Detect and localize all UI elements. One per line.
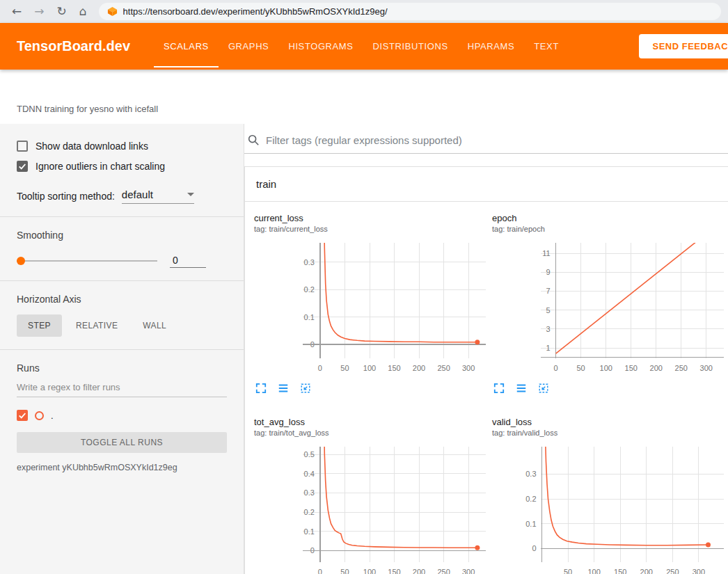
chart-card: epoch tag: train/epoch 05010015020025030… <box>492 213 727 399</box>
svg-text:0.3: 0.3 <box>525 470 536 478</box>
chart-title: current_loss <box>254 213 489 223</box>
slider-track[interactable] <box>17 260 157 262</box>
tab-text[interactable]: TEXT <box>524 23 569 70</box>
svg-text:250: 250 <box>675 364 688 372</box>
run-color-swatch-icon[interactable] <box>35 411 44 420</box>
smoothing-slider[interactable] <box>17 257 157 265</box>
runs-filter-input[interactable] <box>17 376 227 397</box>
smoothing-label: Smoothing <box>17 230 227 241</box>
svg-text:1: 1 <box>546 344 550 352</box>
svg-text:0: 0 <box>318 568 322 574</box>
send-feedback-button[interactable]: SEND FEEDBACK <box>639 34 728 58</box>
search-icon <box>247 134 260 146</box>
chart-card: tot_avg_loss tag: train/tot_avg_loss 050… <box>254 417 489 574</box>
fit-domain-icon[interactable] <box>538 383 549 394</box>
svg-text:200: 200 <box>640 568 653 574</box>
toggle-all-runs-button[interactable]: TOGGLE ALL RUNS <box>17 432 227 453</box>
chart-tag: tag: train/current_loss <box>254 225 489 233</box>
svg-text:200: 200 <box>413 364 425 372</box>
tab-histograms[interactable]: HISTOGRAMS <box>278 23 363 70</box>
line-chart[interactable]: 05010015020025030000.10.20.30.40.5 <box>254 443 489 574</box>
ignore-outliers-label: Ignore outliers in chart scaling <box>35 161 165 172</box>
svg-text:0.1: 0.1 <box>525 520 536 528</box>
svg-text:250: 250 <box>437 568 450 574</box>
tooltip-sorting-dropdown[interactable]: default <box>122 189 194 204</box>
slider-thumb[interactable] <box>17 257 25 265</box>
train-section-card: train current_loss tag: train/current_lo… <box>244 166 728 574</box>
chart-actions <box>492 378 727 399</box>
checkbox-unchecked-icon[interactable] <box>17 141 28 152</box>
axis-wall-button[interactable]: WALL <box>132 314 177 337</box>
svg-text:50: 50 <box>564 568 572 574</box>
chart-title: epoch <box>492 213 727 223</box>
data-list-icon[interactable] <box>278 383 289 394</box>
svg-text:100: 100 <box>363 568 376 574</box>
train-section-header[interactable]: train <box>245 167 728 202</box>
svg-text:150: 150 <box>625 364 638 372</box>
svg-text:0.4: 0.4 <box>304 470 315 478</box>
svg-text:0.2: 0.2 <box>525 495 536 503</box>
chart-title: tot_avg_loss <box>254 417 489 427</box>
tab-distributions[interactable]: DISTRIBUTIONS <box>363 23 458 70</box>
tooltip-sorting-row: Tooltip sorting method: default <box>17 189 227 204</box>
experiment-title: TDNN training for yesno with icefall <box>17 104 158 114</box>
checkbox-checked-icon[interactable] <box>17 161 28 172</box>
svg-text:50: 50 <box>340 568 349 574</box>
svg-text:3: 3 <box>546 325 550 333</box>
line-chart[interactable]: 05010015020025030000.10.20.3 <box>254 239 489 378</box>
svg-text:0.5: 0.5 <box>304 450 315 459</box>
divider <box>0 280 244 281</box>
expand-icon[interactable] <box>493 383 505 394</box>
show-download-links-checkbox-row[interactable]: Show data download links <box>17 141 227 152</box>
svg-text:0: 0 <box>318 364 322 372</box>
chevron-down-icon <box>187 193 194 196</box>
divider <box>0 349 244 350</box>
line-chart[interactable]: 5010015020025030000.10.20.3 <box>492 443 727 574</box>
svg-text:300: 300 <box>700 364 713 372</box>
fit-domain-icon[interactable] <box>300 383 311 394</box>
line-chart[interactable]: 0501001502002503001357911 <box>492 239 727 378</box>
tab-scalars[interactable]: SCALARS <box>154 23 219 70</box>
svg-text:200: 200 <box>413 568 425 574</box>
svg-text:150: 150 <box>388 364 400 372</box>
chart-actions <box>254 378 489 399</box>
chart-card: current_loss tag: train/current_loss 050… <box>254 213 489 399</box>
svg-text:9: 9 <box>546 268 550 276</box>
address-bar[interactable]: https://tensorboard.dev/experiment/yKUbh… <box>99 3 721 20</box>
forward-icon[interactable]: → <box>29 6 49 17</box>
chart-card: valid_loss tag: train/valid_loss 5010015… <box>492 417 727 574</box>
back-icon[interactable]: ← <box>7 6 26 17</box>
svg-text:150: 150 <box>614 568 626 574</box>
page: { "browser": { "url": "https://tensorboa… <box>0 0 728 574</box>
expand-icon[interactable] <box>255 383 267 394</box>
filter-tags-input[interactable] <box>266 134 725 146</box>
url-text: https://tensorboard.dev/experiment/yKUbh… <box>123 6 388 17</box>
svg-text:0.3: 0.3 <box>304 258 315 266</box>
tab-graphs[interactable]: GRAPHS <box>219 23 279 70</box>
svg-text:300: 300 <box>693 568 705 574</box>
app-header: TensorBoard.dev SCALARS GRAPHS HISTOGRAM… <box>0 23 728 70</box>
tab-hparams[interactable]: HPARAMS <box>458 23 525 70</box>
axis-relative-button[interactable]: RELATIVE <box>65 314 129 337</box>
horizontal-axis-label: Horizontal Axis <box>17 294 227 305</box>
svg-text:11: 11 <box>542 249 550 257</box>
runs-label: Runs <box>17 362 227 374</box>
tooltip-sorting-value: default <box>122 189 153 200</box>
svg-text:7: 7 <box>546 287 550 295</box>
tensorboard-logo-icon <box>107 6 118 17</box>
axis-step-button[interactable]: STEP <box>17 314 62 337</box>
brand-title: TensorBoard.dev <box>17 38 130 54</box>
run-list-item[interactable]: . <box>17 410 227 421</box>
ignore-outliers-checkbox-row[interactable]: Ignore outliers in chart scaling <box>17 161 227 172</box>
run-checkbox-icon[interactable] <box>17 410 28 421</box>
reload-icon[interactable]: ↻ <box>52 6 72 17</box>
svg-text:0: 0 <box>554 364 558 372</box>
chart-tag: tag: train/tot_avg_loss <box>254 429 489 437</box>
content: Show data download links Ignore outliers… <box>0 124 728 574</box>
svg-text:200: 200 <box>650 364 663 372</box>
data-list-icon[interactable] <box>516 383 527 394</box>
smoothing-value-field[interactable]: 0 <box>170 253 206 268</box>
svg-text:50: 50 <box>340 364 349 372</box>
home-icon[interactable]: ⌂ <box>74 6 92 17</box>
svg-text:0.3: 0.3 <box>304 488 315 497</box>
